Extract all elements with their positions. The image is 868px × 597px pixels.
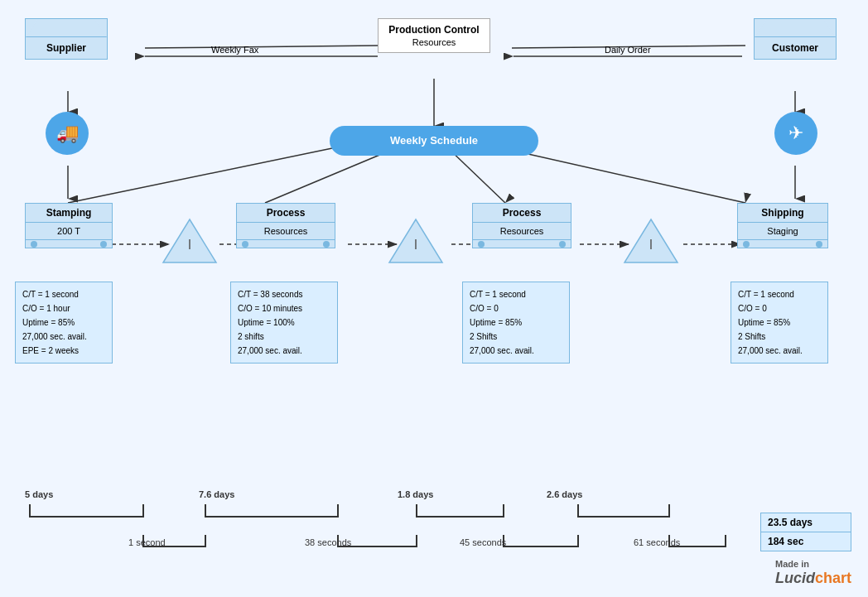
customer-label: Customer <box>755 37 836 59</box>
lucidchart-badge: Made in Lucidchart <box>775 558 851 587</box>
stamping-co: C/O = 1 hour <box>22 301 105 315</box>
svg-line-11 <box>265 147 398 203</box>
customer-box: Customer <box>754 18 837 60</box>
stamping-ct: C/T = 1 second <box>22 287 105 301</box>
daily-order-label: Daily Order <box>605 45 651 55</box>
svg-text:I: I <box>414 238 417 252</box>
stamping-uptime: Uptime = 85% <box>22 315 105 330</box>
process2-info: C/T = 1 second C/O = 0 Uptime = 85% 2 Sh… <box>462 282 570 363</box>
time-4: 61 seconds <box>634 537 680 547</box>
supplier-box: Supplier <box>25 18 108 60</box>
total-time: 184 sec <box>761 532 851 551</box>
weekly-schedule: Weekly Schedule <box>330 126 538 156</box>
diagram-container: Production Control Resources Weekly Fax … <box>0 0 868 597</box>
supplier-label: Supplier <box>26 37 107 59</box>
stamping-info: C/T = 1 second C/O = 1 hour Uptime = 85%… <box>15 282 113 363</box>
time-2: 38 seconds <box>305 537 351 547</box>
svg-text:I: I <box>188 238 191 252</box>
weekly-fax-label: Weekly Fax <box>211 45 258 55</box>
days-1: 5 days <box>25 489 53 499</box>
prod-control-subtitle: Resources <box>387 37 481 47</box>
timeline-svg <box>15 492 727 551</box>
truck-icon: 🚚 <box>46 112 89 155</box>
svg-line-12 <box>447 147 505 203</box>
total-days: 23.5 days <box>761 513 851 532</box>
production-control-box: Production Control Resources <box>378 18 490 53</box>
days-4: 2.6 days <box>547 489 582 499</box>
summary-box: 23.5 days 184 sec <box>760 513 851 551</box>
days-2: 7.6 days <box>199 489 234 499</box>
prod-control-title: Production Control <box>387 24 481 36</box>
time-1: 1 second <box>128 537 166 547</box>
svg-line-7 <box>145 46 378 48</box>
time-3: 45 seconds <box>460 537 506 547</box>
process2-box: Process Resources <box>472 203 571 248</box>
days-3: 1.8 days <box>398 489 433 499</box>
svg-line-10 <box>68 143 356 203</box>
inventory-triangle-2: I <box>388 218 444 266</box>
inventory-triangle-1: I <box>162 218 218 266</box>
stamping-epe: EPE = 2 weeks <box>22 344 105 358</box>
svg-text:I: I <box>649 238 653 252</box>
process1-info: C/T = 38 seconds C/O = 10 minutes Uptime… <box>230 282 338 363</box>
shipping-box: Shipping Staging <box>737 203 828 248</box>
made-in-label: Made in <box>775 559 809 569</box>
plane-icon: ✈ <box>774 112 817 155</box>
stamping-avail: 27,000 sec. avail. <box>22 330 105 344</box>
stamping-box: Stamping 200 T <box>25 203 113 248</box>
shipping-info: C/T = 1 second C/O = 0 Uptime = 85% 2 Sh… <box>731 282 828 363</box>
process1-box: Process Resources <box>236 203 335 248</box>
inventory-triangle-3: I <box>623 218 679 266</box>
brand-label: Lucidchart <box>775 571 851 586</box>
